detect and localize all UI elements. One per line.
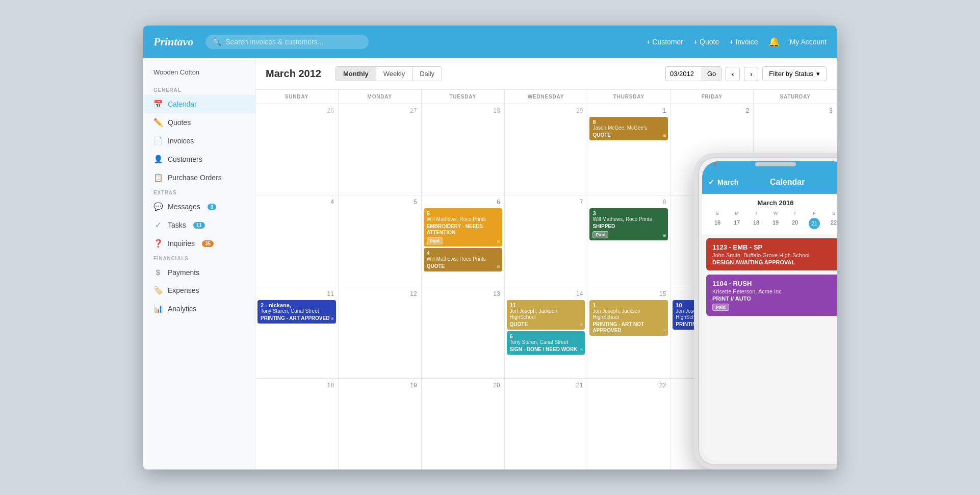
calendar-cell[interactable]: 1411Jon Joseph, Jackson HighSchoolQUOTE≡… [505,287,588,378]
calendar-cell[interactable]: 18Jason McGee, McGee'sQUOTE≡ [587,104,670,195]
event-menu-icon[interactable]: ≡ [580,347,583,353]
date-input[interactable] [666,67,702,80]
sidebar-item-calendar[interactable]: 📅 Calendar [143,95,255,113]
phone-mini-cal-days: SMTWTFS [708,211,837,216]
calendar-cell[interactable]: 4 [255,195,339,286]
calendar-event[interactable]: 1Jon Joseph, Jackson HighSchoolPRINTING … [589,300,668,336]
sidebar-item-customers[interactable]: 👤 Customers [143,150,255,168]
phone-check-icon: ✓ [708,178,714,186]
calendar-event[interactable]: 11Jon Joseph, Jackson HighSchoolQUOTE≡ [507,300,585,330]
phone-date[interactable]: 22 [824,218,837,229]
phone-header-title: Calendar [770,178,805,187]
calendar-cell[interactable]: 20 [422,379,505,469]
calendar-event[interactable]: 5Will Mathews, Roco PrintsEMBROIDERY - N… [424,208,502,246]
phone-event[interactable]: 1104 - RUSHKrisette Peterson, Acme IncPR… [706,275,837,316]
calendar-cell[interactable]: 13 [422,287,505,378]
sidebar-item-tasks[interactable]: ✓ Tasks 11 [143,216,255,234]
phone-day-header: S [708,211,727,216]
calendar-cell[interactable]: 83Will Mathews, Roco PrintsSHIPPEDPaid≡ [587,195,670,286]
calendar-event[interactable]: 8Jason McGee, McGee'sQUOTE≡ [589,117,668,140]
my-account-button[interactable]: My Account [790,38,827,46]
next-month-button[interactable]: › [744,67,758,81]
phone-mini-cal-dates: 16171819202122 [708,218,837,229]
calendar-cell[interactable]: 21 [505,379,588,469]
calendar-cell[interactable]: 151Jon Joseph, Jackson HighSchoolPRINTIN… [587,287,670,378]
search-bar[interactable]: 🔍 [205,35,369,49]
calendar-event[interactable]: 6Tony Staren, Canal StreetSIGN - DONE / … [507,331,585,355]
phone-date[interactable]: 18 [747,218,765,229]
phone-day-header: M [728,211,746,216]
event-number: 1 [592,302,665,308]
phone-date[interactable]: 21 [809,218,820,229]
expenses-icon: 🏷️ [153,286,163,295]
day-number: 19 [341,381,419,390]
calendar-cell[interactable]: 65Will Mathews, Roco PrintsEMBROIDERY - … [422,195,505,286]
prev-month-button[interactable]: ‹ [726,67,740,81]
go-button[interactable]: Go [702,67,721,81]
day-header-fri: FRIDAY [670,90,754,104]
calendar-cell[interactable]: 12 [339,287,422,378]
sidebar-section-general: GENERAL [143,84,255,95]
phone-event[interactable]: 1123 - EMB - SPJohn Smith, Buffalo Grove… [706,238,837,270]
calendar-cell[interactable]: 28 [422,104,505,195]
event-name: Jon Joseph, Jackson HighSchool [592,308,665,320]
tab-weekly[interactable]: Weekly [376,67,412,81]
phone-date[interactable]: 17 [728,218,746,229]
sidebar-item-expenses[interactable]: 🏷️ Expenses [143,281,255,300]
sidebar-item-invoices[interactable]: 📄 Invoices [143,132,255,150]
sidebar-item-analytics[interactable]: 📊 Analytics [143,300,255,318]
phone-date[interactable]: 16 [708,218,727,229]
sidebar-item-messages[interactable]: 💬 Messages 3 [143,197,255,216]
phone-mockup: ✓ March Calendar + March 2016 SMTWTFS 16… [694,153,837,469]
event-menu-icon[interactable]: ≡ [663,233,666,238]
event-name: Will Mathews, Roco Prints [427,256,499,262]
phone-add-button[interactable]: + [836,176,837,189]
calendar-cell[interactable]: 29 [505,104,588,195]
calendar-cell[interactable]: 19 [339,379,422,469]
event-menu-icon[interactable]: ≡ [497,239,500,244]
event-menu-icon[interactable]: ≡ [331,316,334,321]
add-quote-button[interactable]: + Quote [693,38,719,46]
day-number: 2 [673,106,751,115]
event-menu-icon[interactable]: ≡ [663,133,666,138]
phone-header-left: ✓ March [708,178,738,186]
add-customer-button[interactable]: + Customer [646,38,683,46]
event-menu-icon[interactable]: ≡ [663,328,666,334]
calendar-cell[interactable]: 26 [255,104,339,195]
sidebar-item-inquiries[interactable]: ❓ Inquiries 35 [143,234,255,253]
phone-event-number: 1104 - RUSH [712,280,837,287]
tab-monthly[interactable]: Monthly [336,67,376,81]
calendar-cell[interactable]: 7 [505,195,588,286]
calendar-event[interactable]: 3Will Mathews, Roco PrintsSHIPPEDPaid≡ [589,208,668,240]
calendar-cell[interactable]: 18 [255,379,339,469]
sidebar-label-customers: Customers [168,155,202,163]
calendar-cell[interactable]: 27 [339,104,422,195]
calendar-cell[interactable]: 22 [587,379,670,469]
event-menu-icon[interactable]: ≡ [497,264,500,269]
sidebar-item-purchase-orders[interactable]: 📋 Purchase Orders [143,168,255,187]
calendar-cell[interactable]: 5 [339,195,422,286]
calendar-event[interactable]: 4Will Mathews, Roco PrintsQUOTE≡ [424,248,502,271]
calendar-event[interactable]: 2 - nickane,Tony Staren, Canal StreetPRI… [257,300,336,324]
sidebar-item-quotes[interactable]: ✏️ Quotes [143,113,255,132]
phone-day-header: W [766,211,785,216]
phone-date[interactable]: 19 [766,218,785,229]
sidebar-section-extras: EXTRAS [143,187,255,197]
day-number: 22 [589,381,668,390]
event-title: SHIPPED [592,224,665,230]
add-invoice-button[interactable]: + Invoice [729,38,758,46]
phone-header-month: March [717,178,738,186]
search-input[interactable] [225,38,362,46]
calendar-cell[interactable]: 112 - nickane,Tony Staren, Canal StreetP… [255,287,339,378]
event-menu-icon[interactable]: ≡ [580,322,583,328]
sidebar-item-payments[interactable]: $ Payments [143,263,255,281]
event-title: QUOTE [510,321,582,328]
filter-button[interactable]: Filter by Status ▾ [762,66,827,81]
phone-date[interactable]: 20 [786,218,804,229]
bell-icon[interactable]: 🔔 [768,36,780,47]
tab-daily[interactable]: Daily [412,67,442,81]
tasks-icon: ✓ [153,220,163,230]
day-number: 28 [424,106,502,115]
sidebar-section-financials: FINANCIALS [143,253,255,263]
day-number: 4 [257,197,336,207]
